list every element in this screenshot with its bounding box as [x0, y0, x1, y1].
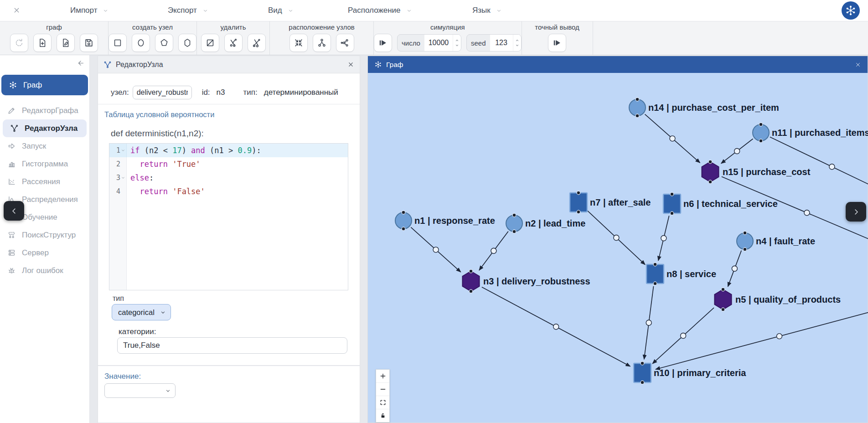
- node-editor-header: РедакторУзла: [98, 56, 360, 73]
- sidebar-item-Рассеяния[interactable]: Рассеяния: [0, 173, 89, 191]
- run-simulation-button[interactable]: [374, 34, 392, 52]
- node-name-input[interactable]: [133, 86, 192, 99]
- sidebar-item-Запуск[interactable]: Запуск: [0, 137, 89, 155]
- toolbar-group-label: расположение узлов: [289, 23, 354, 31]
- app-logo-icon[interactable]: [842, 1, 860, 20]
- node-handle: [721, 308, 725, 311]
- create-hexagon-node-button[interactable]: [178, 34, 196, 52]
- graph-canvas[interactable]: n14 | purchase_cost_per_itemn11 | purcha…: [368, 73, 868, 423]
- code-line-2[interactable]: 2 return 'True': [109, 157, 348, 171]
- line-number: 3: [109, 171, 127, 185]
- graph-panel-close-icon[interactable]: [855, 62, 861, 68]
- sidebar-item-Сервер[interactable]: Сервер: [0, 244, 89, 262]
- collapse-left-panel-button[interactable]: [4, 201, 24, 221]
- chevron-down-icon: [165, 388, 171, 394]
- node-editor-close-icon[interactable]: [347, 61, 354, 68]
- edge-handle[interactable]: [433, 247, 439, 253]
- graph-node-n1[interactable]: n1 | response_rate: [395, 211, 495, 231]
- sidebar-item-label: РедакторУзла: [25, 124, 78, 133]
- sidebar-item-Гистограмма[interactable]: Гистограмма: [0, 155, 89, 173]
- unlink-node-button[interactable]: [224, 34, 243, 52]
- edit-graph-button[interactable]: [57, 34, 75, 52]
- count-input[interactable]: 10000: [424, 35, 453, 51]
- graph-node-n6[interactable]: n6 | technical_service: [663, 192, 778, 215]
- zoom-out-button[interactable]: [376, 383, 389, 396]
- edge-handle[interactable]: [491, 248, 496, 253]
- value-select[interactable]: [104, 383, 176, 398]
- menu-3[interactable]: Вид: [268, 0, 294, 21]
- menu-2[interactable]: Экспорт: [168, 0, 208, 21]
- edge-handle[interactable]: [734, 149, 740, 154]
- graph-node-n15[interactable]: n15 | purchase_cost: [702, 160, 811, 184]
- edge-handle[interactable]: [681, 333, 686, 338]
- menu-4[interactable]: Расположение: [348, 0, 412, 21]
- graph-node-n5[interactable]: n5 | quality_of_products: [715, 288, 841, 311]
- new-graph-button[interactable]: [33, 34, 52, 52]
- graph-node-n8[interactable]: n8 | service: [646, 263, 716, 285]
- sq-icon: [113, 38, 123, 48]
- lock-view-button[interactable]: [376, 409, 389, 422]
- edge-handle[interactable]: [661, 236, 666, 241]
- code-empty-area[interactable]: [109, 198, 348, 290]
- code-text: return 'False': [127, 187, 205, 196]
- delete-node-button[interactable]: [201, 34, 219, 52]
- sidebar-item-РедакторУзла[interactable]: РедакторУзла: [3, 119, 87, 137]
- create-ellipse-node-button[interactable]: [132, 34, 150, 52]
- graph-node-n11[interactable]: n11 | purchased_items: [753, 123, 868, 143]
- type-select[interactable]: categorical: [112, 304, 171, 320]
- edge-handle[interactable]: [829, 164, 835, 170]
- fold-chevron-icon[interactable]: [121, 146, 125, 155]
- sidebar-item-Лог ошибок[interactable]: Лог ошибок: [0, 262, 89, 279]
- scatter-icon: [7, 177, 16, 186]
- node-label-n10: n10 | primary_criteria: [654, 368, 746, 378]
- radial-layout-button[interactable]: [336, 34, 354, 52]
- edge-handle[interactable]: [804, 210, 810, 216]
- graph-node-n7[interactable]: n7 | after_sale: [570, 191, 651, 214]
- server-icon: [7, 248, 16, 257]
- pencil-icon: [7, 106, 16, 115]
- cut-edge-button[interactable]: [248, 34, 266, 52]
- edge-handle[interactable]: [670, 136, 675, 141]
- create-square-node-button[interactable]: [108, 34, 127, 52]
- sidebar-collapse-arrow-icon[interactable]: [77, 59, 85, 67]
- compact-layout-button[interactable]: [289, 34, 308, 52]
- sidebar-item-ПоискСтруктур[interactable]: ПоискСтруктур: [0, 226, 89, 244]
- graph-node-n2[interactable]: n2 | lead_time: [506, 213, 585, 233]
- edge-handle[interactable]: [776, 334, 782, 339]
- code-editor[interactable]: 1if (n2 < 17) and (n1 > 0.9):2 return 'T…: [109, 143, 348, 290]
- sidebar-item-РедакторГрафа[interactable]: РедакторГрафа: [0, 102, 89, 119]
- fold-chevron-icon[interactable]: [121, 174, 125, 182]
- graph-node-n10[interactable]: n10 | primary_criteria: [634, 361, 746, 384]
- edge-handle[interactable]: [614, 235, 619, 240]
- graph-node-n3[interactable]: n3 | delivery_robustness: [463, 269, 590, 293]
- menu-label: Вид: [268, 6, 282, 15]
- create-pentagon-node-button[interactable]: [155, 34, 173, 52]
- menu-5[interactable]: Язык: [472, 0, 502, 21]
- window-close-icon[interactable]: [13, 6, 21, 14]
- save-graph-button[interactable]: [80, 34, 98, 52]
- menu-1[interactable]: Импорт: [70, 0, 108, 21]
- graph-node-n4[interactable]: n4 | fault_rate: [737, 231, 815, 251]
- sidebar-item-Граф[interactable]: Граф: [1, 75, 88, 95]
- edge-handle[interactable]: [646, 320, 651, 325]
- zoom-in-button[interactable]: [376, 370, 389, 383]
- count-spin-buttons[interactable]: [453, 35, 461, 51]
- edge-handle[interactable]: [732, 266, 737, 271]
- code-line-4[interactable]: 4 return 'False': [109, 185, 348, 198]
- reload-graph-button[interactable]: [10, 34, 28, 52]
- fileplus-icon: [37, 38, 47, 48]
- edge-handle[interactable]: [553, 324, 559, 330]
- seed-label: seed: [467, 39, 490, 47]
- categories-input[interactable]: [117, 337, 347, 354]
- seed-spin-buttons[interactable]: [513, 35, 521, 51]
- graph-node-n14[interactable]: n14 | purchase_cost_per_item: [629, 98, 779, 118]
- expand-right-panel-button[interactable]: [846, 202, 866, 222]
- run-exact-inference-button[interactable]: [548, 34, 566, 52]
- toolbar-group-label: удалить: [221, 23, 246, 31]
- seed-input[interactable]: 123: [490, 35, 513, 51]
- node-handle: [577, 191, 580, 195]
- fit-view-button[interactable]: [376, 396, 389, 409]
- tree-layout-button[interactable]: [313, 34, 331, 52]
- code-line-3[interactable]: 3else:: [109, 171, 348, 185]
- code-line-1[interactable]: 1if (n2 < 17) and (n1 > 0.9):: [109, 144, 348, 157]
